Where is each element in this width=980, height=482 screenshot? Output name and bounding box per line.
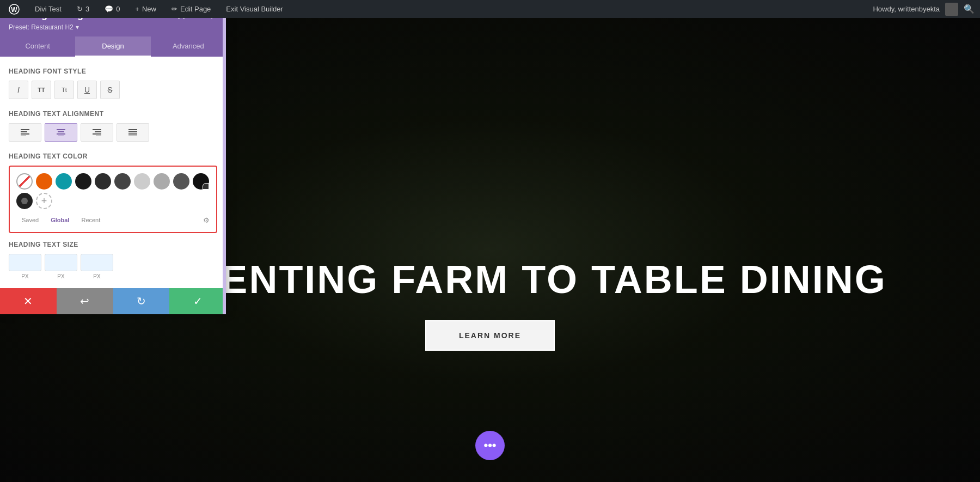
panel-resize-handle[interactable] — [223, 0, 226, 314]
color-swatch-dark1[interactable] — [75, 173, 91, 190]
redo-button[interactable]: ↻ — [113, 288, 170, 314]
font-style-section: Heading Font Style I TT Tt U S — [9, 68, 217, 99]
undo-icon: ↩ — [80, 295, 89, 308]
uppercase-button[interactable]: TT — [32, 81, 51, 99]
confirm-icon: ✓ — [193, 295, 203, 308]
cancel-icon: ✕ — [23, 295, 33, 308]
learn-more-button[interactable]: Learn More — [425, 320, 555, 351]
site-name: Divi Test — [35, 5, 62, 13]
avatar — [945, 3, 958, 16]
edit-page-item[interactable]: ✏ Edit Page — [168, 0, 214, 18]
admin-bar-right: Howdy, writtenbyekta 🔍 — [873, 3, 975, 16]
floating-menu-icon: ••• — [483, 438, 496, 453]
howdy-text: Howdy, writtenbyekta — [873, 5, 940, 13]
revisions-icon: ↻ — [77, 5, 83, 13]
undo-button[interactable]: ↩ — [57, 288, 113, 314]
text-size-section: Heading Text Size PX PX PX — [9, 241, 217, 279]
comments-icon: 💬 — [105, 5, 113, 13]
preset-chevron-icon: ▾ — [76, 23, 79, 31]
new-item[interactable]: + New — [132, 0, 160, 18]
color-swatches: + — [16, 173, 210, 209]
edit-page-label: Edit Page — [180, 5, 211, 13]
edit-icon: ✏ — [171, 5, 177, 13]
align-center-button[interactable] — [45, 123, 77, 142]
strikethrough-button[interactable]: S — [100, 81, 120, 99]
wp-logo-item[interactable]: W — [5, 0, 23, 18]
size-input-tablet-field[interactable] — [45, 254, 77, 271]
add-color-button[interactable]: + — [36, 193, 52, 209]
site-name-item[interactable]: Divi Test — [32, 0, 65, 18]
exit-builder-label: Exit Visual Builder — [226, 5, 283, 13]
tab-advanced[interactable]: Advanced — [151, 36, 226, 57]
size-label-tablet: PX — [45, 273, 77, 279]
search-icon[interactable]: 🔍 — [964, 4, 975, 14]
align-right-button[interactable] — [81, 123, 113, 142]
tab-design[interactable]: Design — [75, 36, 150, 57]
exit-builder-item[interactable]: Exit Visual Builder — [223, 0, 286, 18]
align-right-icon — [93, 129, 101, 136]
panel-preset[interactable]: Preset: Restaurant H2 ▾ — [9, 23, 217, 31]
panel-body: Heading Font Style I TT Tt U S Heading T… — [0, 57, 226, 288]
text-size-label: Heading Text Size — [9, 241, 217, 248]
color-tab-settings-icon[interactable]: ⚙ — [203, 216, 210, 224]
size-label-desktop: PX — [9, 273, 41, 279]
revisions-item[interactable]: ↻ 3 — [74, 0, 93, 18]
svg-text:W: W — [11, 6, 17, 14]
comments-item[interactable]: 💬 0 — [101, 0, 123, 18]
color-tab-recent[interactable]: Recent — [76, 215, 106, 225]
align-left-button[interactable] — [9, 123, 41, 142]
size-input-desktop-field[interactable] — [9, 254, 41, 271]
font-style-buttons: I TT Tt U S — [9, 81, 217, 99]
color-section-box: + Saved Global Recent ⚙ — [9, 166, 217, 233]
action-bar: ✕ ↩ ↻ ✓ — [0, 288, 226, 314]
settings-panel: Heading Settings ⛶ ▱ ⋮ Preset: Restauran… — [0, 0, 226, 314]
underline-button[interactable]: U — [77, 81, 97, 99]
align-justify-icon — [128, 129, 137, 136]
color-swatch-teal[interactable] — [56, 173, 72, 190]
plus-icon: + — [135, 5, 139, 13]
size-input-tablet: PX — [45, 254, 77, 279]
capitalize-button[interactable]: Tt — [54, 81, 74, 99]
color-swatch-black[interactable] — [193, 173, 209, 190]
size-input-desktop: PX — [9, 254, 41, 279]
color-swatch-dark3[interactable] — [114, 173, 131, 190]
italic-button[interactable]: I — [9, 81, 28, 99]
text-color-label: Heading Text Color — [9, 152, 217, 160]
color-swatch-dark2[interactable] — [95, 173, 111, 190]
alignment-buttons — [9, 123, 217, 142]
font-style-label: Heading Font Style — [9, 68, 217, 75]
size-input-mobile-field[interactable] — [81, 254, 113, 271]
confirm-button[interactable]: ✓ — [169, 288, 226, 314]
floating-menu-button[interactable]: ••• — [475, 431, 505, 460]
comments-count: 0 — [116, 5, 120, 13]
cancel-button[interactable]: ✕ — [0, 288, 57, 314]
align-center-icon — [57, 129, 65, 136]
redo-icon: ↻ — [137, 295, 146, 308]
text-alignment-label: Heading Text Alignment — [9, 110, 217, 118]
text-color-section: Heading Text Color — [9, 152, 217, 233]
color-swatch-midgray[interactable] — [154, 173, 170, 190]
color-swatch-darkgray[interactable] — [173, 173, 189, 190]
size-inputs: PX PX PX — [9, 254, 217, 279]
tab-content[interactable]: Content — [0, 36, 75, 57]
color-swatch-black2[interactable] — [16, 193, 33, 209]
admin-bar: W Divi Test ↻ 3 💬 0 + New ✏ Edit Page Ex… — [0, 0, 980, 18]
text-alignment-section: Heading Text Alignment — [9, 110, 217, 142]
color-swatch-orange[interactable] — [36, 173, 52, 190]
panel-tabs: Content Design Advanced — [0, 36, 226, 57]
size-input-mobile: PX — [81, 254, 113, 279]
transparent-swatch[interactable] — [16, 173, 33, 190]
align-left-icon — [21, 129, 29, 136]
align-justify-button[interactable] — [117, 123, 149, 142]
preset-text: Preset: Restaurant H2 — [9, 23, 74, 31]
color-tab-saved[interactable]: Saved — [16, 215, 44, 225]
color-tab-global[interactable]: Global — [45, 215, 75, 225]
new-label: New — [142, 5, 156, 13]
color-filter-tabs: Saved Global Recent ⚙ — [16, 215, 210, 225]
revisions-count: 3 — [85, 5, 89, 13]
size-label-mobile: PX — [81, 273, 113, 279]
wp-logo-icon: W — [9, 4, 20, 15]
color-swatch-lightgray[interactable] — [134, 173, 150, 190]
